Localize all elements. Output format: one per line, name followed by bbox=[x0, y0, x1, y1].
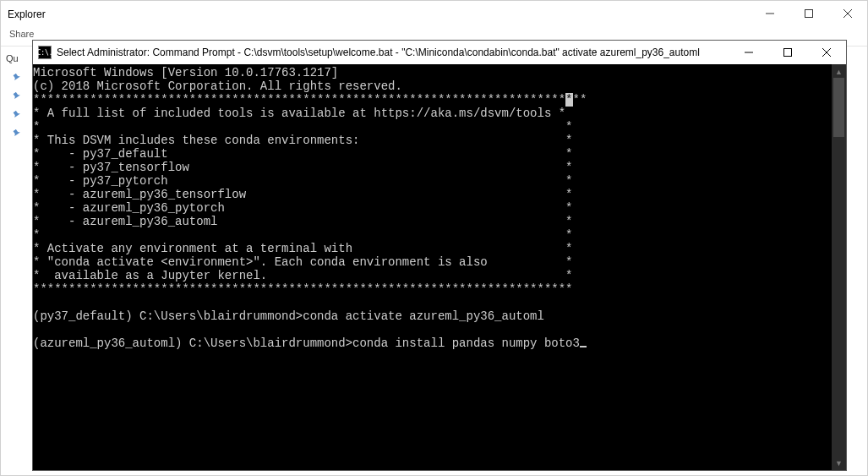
cmd-window: C:\. Select Administrator: Command Promp… bbox=[32, 40, 847, 471]
minimize-button[interactable] bbox=[729, 41, 768, 64]
close-button[interactable] bbox=[807, 41, 846, 64]
scroll-up-arrow[interactable]: ▲ bbox=[832, 64, 846, 79]
pin-icon bbox=[1, 87, 33, 106]
svg-rect-1 bbox=[805, 10, 813, 18]
explorer-titlebar[interactable]: Explorer bbox=[1, 1, 867, 26]
cmd-icon: C:\. bbox=[38, 46, 52, 59]
explorer-title: Explorer bbox=[8, 7, 46, 20]
quick-access-label[interactable]: Qu bbox=[1, 48, 33, 68]
pin-icon bbox=[1, 106, 33, 124]
scroll-down-arrow[interactable]: ▼ bbox=[832, 456, 846, 470]
scrollbar[interactable]: ▲ ▼ bbox=[832, 64, 846, 470]
maximize-button[interactable] bbox=[789, 1, 828, 26]
explorer-nav-pane: Qu bbox=[1, 48, 33, 143]
scroll-thumb[interactable] bbox=[833, 78, 844, 137]
cmd-output[interactable]: Microsoft Windows [Version 10.0.17763.12… bbox=[33, 64, 832, 470]
explorer-window-controls bbox=[751, 1, 867, 26]
maximize-button[interactable] bbox=[768, 41, 807, 64]
cmd-titlebar[interactable]: C:\. Select Administrator: Command Promp… bbox=[33, 41, 846, 64]
text-cursor bbox=[580, 346, 587, 347]
minimize-button[interactable] bbox=[751, 1, 789, 26]
close-button[interactable] bbox=[828, 1, 867, 26]
cmd-body: Microsoft Windows [Version 10.0.17763.12… bbox=[33, 64, 846, 470]
cmd-window-controls bbox=[729, 41, 846, 64]
svg-rect-5 bbox=[784, 49, 792, 57]
pin-icon bbox=[1, 124, 33, 143]
pin-icon bbox=[1, 68, 33, 87]
cmd-title: Select Administrator: Command Prompt - C… bbox=[57, 47, 729, 58]
